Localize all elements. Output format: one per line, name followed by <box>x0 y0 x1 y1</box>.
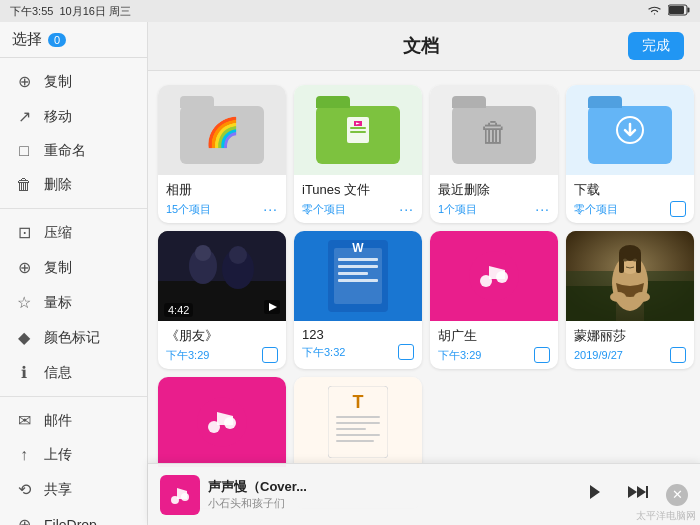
main-layout: 选择 0 ⊕ 复制 ↗ 移动 □ 重命名 🗑 删除 ⊡ <box>0 22 700 525</box>
sidebar: 选择 0 ⊕ 复制 ↗ 移动 □ 重命名 🗑 删除 ⊡ <box>0 22 148 525</box>
sidebar-label-star: 量标 <box>44 294 72 312</box>
photos-meta: 15个项目 ··· <box>166 201 278 217</box>
delete-icon: 🗑 <box>14 176 34 194</box>
music1-thumbnail <box>430 231 558 321</box>
trash-dots[interactable]: ··· <box>535 201 550 217</box>
trash-thumbnail: 🗑 <box>430 85 558 175</box>
player-bar: 声声慢（Cover... 小石头和孩子们 ✕ <box>148 463 700 525</box>
music2-thumb <box>158 377 286 467</box>
battery-icon <box>668 4 690 18</box>
download-check[interactable] <box>670 201 686 217</box>
player-play-button[interactable] <box>580 478 608 511</box>
music1-thumb <box>430 231 558 321</box>
video-duration: 4:42 <box>164 303 193 317</box>
file-card-download[interactable]: 下载 零个项目 <box>566 85 694 223</box>
svg-point-48 <box>181 493 189 501</box>
trash-info: 最近删除 1个项目 ··· <box>430 175 558 223</box>
svg-text:W: W <box>352 241 364 255</box>
mail-icon: ✉ <box>14 411 34 430</box>
mona-info: 蒙娜丽莎 2019/9/27 <box>566 321 694 369</box>
video-check[interactable] <box>262 347 278 363</box>
player-forward-button[interactable] <box>622 479 652 510</box>
doc-check[interactable] <box>398 344 414 360</box>
done-button[interactable]: 完成 <box>628 32 684 60</box>
sidebar-label-delete: 删除 <box>44 176 72 194</box>
player-title: 声声慢（Cover... <box>208 478 572 496</box>
sidebar-item-copy[interactable]: ⊕ 复制 <box>0 64 147 99</box>
sidebar-item-share[interactable]: ⟲ 共享 <box>0 472 147 507</box>
sidebar-item-move[interactable]: ↗ 移动 <box>0 99 147 134</box>
player-close-button[interactable]: ✕ <box>666 484 688 506</box>
mona-check[interactable] <box>670 347 686 363</box>
sidebar-item-rename[interactable]: □ 重命名 <box>0 134 147 168</box>
video-thumbnail: 4:42 <box>158 231 286 321</box>
file-card-itunes[interactable]: iTunes 文件 零个项目 ··· <box>294 85 422 223</box>
sidebar-item-upload[interactable]: ↑ 上传 <box>0 438 147 472</box>
video-name: 《朋友》 <box>166 327 278 345</box>
sidebar-section-2: ⊡ 压缩 ⊕ 复制 ☆ 量标 ◆ 颜色标记 ℹ 信息 <box>0 209 147 397</box>
sidebar-item-filedrop[interactable]: ⊕ FileDrop <box>0 507 147 525</box>
svg-rect-5 <box>350 131 366 133</box>
sidebar-item-star[interactable]: ☆ 量标 <box>0 285 147 320</box>
status-right <box>647 4 690 18</box>
svg-rect-49 <box>646 486 648 498</box>
itunes-name: iTunes 文件 <box>302 181 414 199</box>
content-header: 文档 完成 <box>148 22 700 71</box>
svg-rect-16 <box>338 258 378 261</box>
svg-rect-18 <box>338 272 368 275</box>
music2-thumbnail <box>158 377 286 467</box>
sidebar-badge: 0 <box>48 33 66 47</box>
svg-point-34 <box>633 259 637 262</box>
music1-check[interactable] <box>534 347 550 363</box>
sidebar-item-color[interactable]: ◆ 颜色标记 <box>0 320 147 355</box>
status-bar: 下午3:55 10月16日 周三 <box>0 0 700 22</box>
sidebar-item-compress[interactable]: ⊡ 压缩 <box>0 215 147 250</box>
sidebar-item-delete[interactable]: 🗑 删除 <box>0 168 147 202</box>
file-card-trash[interactable]: 🗑 最近删除 1个项目 ··· <box>430 85 558 223</box>
svg-rect-3 <box>347 117 369 143</box>
video-meta: 下午3:29 <box>166 347 278 363</box>
wifi-icon <box>647 4 662 18</box>
mona-date: 2019/9/27 <box>574 349 623 361</box>
itunes-dots[interactable]: ··· <box>399 201 414 217</box>
file-card-123[interactable]: W 123 下午3:32 <box>294 231 422 369</box>
sidebar-item-mail[interactable]: ✉ 邮件 <box>0 403 147 438</box>
sidebar-item-info[interactable]: ℹ 信息 <box>0 355 147 390</box>
file-grid: 🌈 相册 15个项目 ··· <box>148 71 700 525</box>
copy2-icon: ⊕ <box>14 258 34 277</box>
video-date: 下午3:29 <box>166 348 209 363</box>
share-icon: ⟲ <box>14 480 34 499</box>
file-card-music1[interactable]: 胡广生 下午3:29 <box>430 231 558 369</box>
sidebar-label-upload: 上传 <box>44 446 72 464</box>
download-name: 下载 <box>574 181 686 199</box>
doc-date: 下午3:32 <box>302 345 345 360</box>
itunes-info: iTunes 文件 零个项目 ··· <box>294 175 422 223</box>
music1-date: 下午3:29 <box>438 348 481 363</box>
itunes-meta: 零个项目 ··· <box>302 201 414 217</box>
sidebar-label-mail: 邮件 <box>44 412 72 430</box>
sidebar-item-copy2[interactable]: ⊕ 复制 <box>0 250 147 285</box>
player-controls: ✕ <box>580 478 688 511</box>
doc-name: 123 <box>302 327 414 342</box>
svg-rect-31 <box>619 253 624 273</box>
svg-rect-4 <box>350 127 366 129</box>
sidebar-title: 选择 <box>12 30 42 49</box>
music1-name: 胡广生 <box>438 327 550 345</box>
svg-point-12 <box>229 246 247 264</box>
file-card-photos[interactable]: 🌈 相册 15个项目 ··· <box>158 85 286 223</box>
player-album-art <box>160 475 200 515</box>
file-card-mona[interactable]: 蒙娜丽莎 2019/9/27 <box>566 231 694 369</box>
photos-dots[interactable]: ··· <box>263 201 278 217</box>
download-meta: 零个项目 <box>574 201 686 217</box>
file-card-video[interactable]: 4:42 《朋友》 下午3:29 <box>158 231 286 369</box>
file-row: 4:42 《朋友》 下午3:29 <box>158 231 690 369</box>
svg-point-33 <box>623 259 627 262</box>
status-date: 10月16日 周三 <box>59 4 131 19</box>
doc-info: 123 下午3:32 <box>294 321 422 366</box>
photos-count: 15个项目 <box>166 202 211 217</box>
svg-point-35 <box>610 292 626 302</box>
svg-point-36 <box>634 292 650 302</box>
player-subtitle: 小石头和孩子们 <box>208 496 572 511</box>
sidebar-label-rename: 重命名 <box>44 142 86 160</box>
compress-icon: ⊡ <box>14 223 34 242</box>
